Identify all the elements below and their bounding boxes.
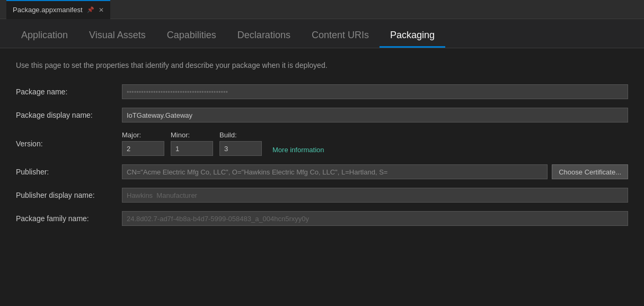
- build-col: Build:: [219, 131, 262, 156]
- package-name-field: [122, 84, 628, 99]
- page-description: Use this page to set the properties that…: [16, 61, 628, 69]
- version-row: Version: Major: Minor: Build: More infor…: [16, 131, 628, 156]
- minor-label: Minor:: [171, 131, 213, 139]
- build-input[interactable]: [219, 141, 262, 156]
- more-info-link[interactable]: More information: [272, 146, 324, 154]
- package-name-input[interactable]: [122, 84, 628, 99]
- build-label: Build:: [219, 131, 262, 139]
- package-family-name-field: [122, 211, 628, 226]
- package-display-name-input[interactable]: [122, 108, 628, 123]
- tab-visual-assets[interactable]: Visual Assets: [78, 24, 156, 48]
- publisher-display-name-field: [122, 188, 628, 203]
- major-col: Major:: [122, 131, 164, 156]
- tab-content-uris[interactable]: Content URIs: [301, 24, 380, 48]
- tab-packaging[interactable]: Packaging: [380, 24, 445, 48]
- version-label: Version:: [16, 139, 122, 148]
- publisher-display-name-row: Publisher display name:: [16, 188, 628, 203]
- minor-col: Minor:: [171, 131, 213, 156]
- publisher-label: Publisher:: [16, 168, 122, 176]
- tab-capabilities[interactable]: Capabilities: [156, 24, 227, 48]
- major-input[interactable]: [122, 141, 164, 156]
- choose-certificate-button[interactable]: Choose Certificate...: [552, 164, 628, 179]
- nav-tabs: Application Visual Assets Capabilities D…: [0, 19, 644, 48]
- publisher-display-name-input[interactable]: [122, 188, 628, 203]
- version-group: Major: Minor: Build: More information: [122, 131, 324, 156]
- package-family-name-row: Package family name:: [16, 211, 628, 226]
- tab-declarations[interactable]: Declarations: [227, 24, 301, 48]
- package-display-name-field: [122, 108, 628, 123]
- package-display-name-row: Package display name:: [16, 108, 628, 123]
- content-area: Use this page to set the properties that…: [0, 48, 644, 247]
- file-tab[interactable]: Package.appxmanifest 📌 ✕: [6, 0, 110, 19]
- package-family-name-label: Package family name:: [16, 214, 122, 223]
- publisher-display-name-label: Publisher display name:: [16, 191, 122, 199]
- publisher-row: Publisher: Choose Certificate...: [16, 164, 628, 179]
- tab-label: Package.appxmanifest: [13, 6, 83, 14]
- publisher-row-content: Choose Certificate...: [122, 164, 628, 179]
- package-name-label: Package name:: [16, 88, 122, 96]
- package-name-row: Package name:: [16, 84, 628, 99]
- package-family-name-input[interactable]: [122, 211, 628, 226]
- package-display-name-label: Package display name:: [16, 111, 122, 119]
- publisher-input[interactable]: [122, 164, 548, 179]
- tab-application[interactable]: Application: [11, 24, 78, 48]
- major-label: Major:: [122, 131, 164, 139]
- close-tab-button[interactable]: ✕: [99, 6, 104, 14]
- title-bar: Package.appxmanifest 📌 ✕: [0, 0, 644, 19]
- minor-input[interactable]: [171, 141, 213, 156]
- pin-icon: 📌: [87, 6, 94, 13]
